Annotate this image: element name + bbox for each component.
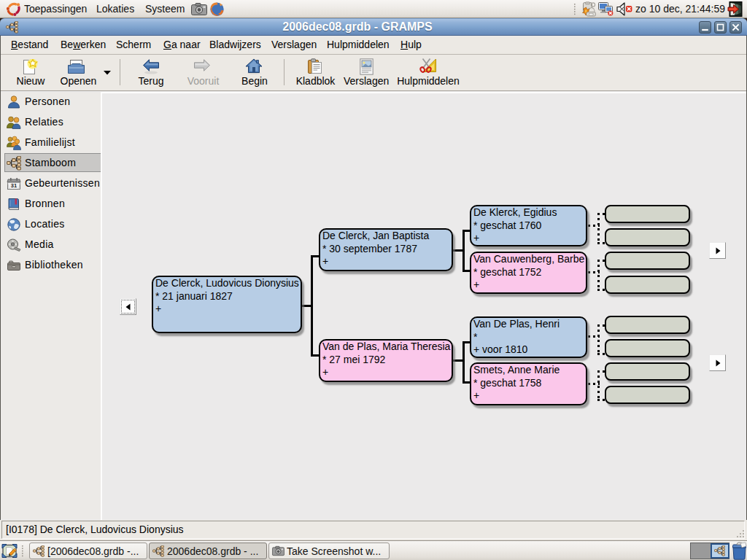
svg-text:31: 31 [11,182,17,189]
